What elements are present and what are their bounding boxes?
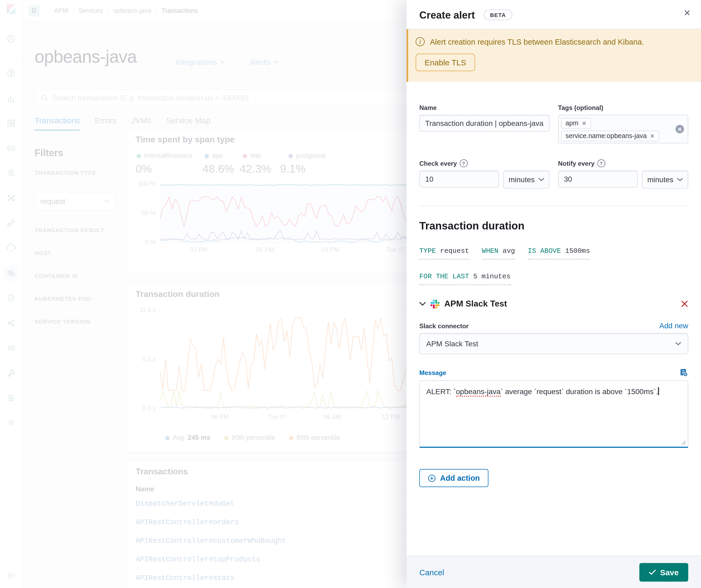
save-button[interactable]: Save bbox=[639, 563, 688, 581]
resize-handle-icon[interactable] bbox=[681, 440, 686, 445]
tag-pill-apm: apm✕ bbox=[561, 118, 591, 128]
alert-name-input[interactable] bbox=[419, 115, 549, 132]
add-variable-icon[interactable] bbox=[679, 368, 688, 377]
remove-tag-icon[interactable]: ✕ bbox=[582, 120, 587, 127]
chevron-down-icon bbox=[675, 342, 681, 345]
enable-tls-button[interactable]: Enable TLS bbox=[416, 54, 475, 71]
cancel-button[interactable]: Cancel bbox=[419, 568, 444, 577]
name-label: Name bbox=[419, 104, 549, 111]
slack-connector-select[interactable]: APM Slack Test bbox=[419, 333, 688, 354]
condition-expressions: TYPE request WHEN avg IS ABOVE 1500ms FO… bbox=[419, 247, 688, 285]
check-icon bbox=[649, 569, 656, 575]
tag-pill-service-name: service.name:opbeans-java✕ bbox=[561, 131, 659, 141]
tags-combobox[interactable]: apm✕ service.name:opbeans-java✕ ✕ bbox=[558, 115, 688, 143]
tls-warning-callout: i Alert creation requires TLS between El… bbox=[407, 29, 701, 82]
check-every-input[interactable] bbox=[419, 171, 499, 188]
chevron-down-icon bbox=[677, 178, 683, 182]
spellcheck-word: opbeans-java bbox=[456, 387, 501, 397]
action-accordion-header: APM Slack Test bbox=[419, 299, 688, 309]
flyout-title: Create alert bbox=[419, 10, 475, 21]
flyout-header: Create alert BETA ✕ bbox=[407, 0, 701, 29]
notify-every-input[interactable] bbox=[558, 171, 638, 188]
condition-heading: Transaction duration bbox=[419, 220, 688, 232]
text-caret bbox=[658, 387, 659, 395]
message-textarea[interactable]: ALERT: `opbeans-java` average `request` … bbox=[419, 380, 688, 448]
connector-row: Slack connector Add new bbox=[419, 321, 688, 330]
expression-when[interactable]: WHEN avg bbox=[482, 247, 515, 260]
flyout-footer: Cancel Save bbox=[407, 556, 701, 588]
beta-badge: BETA bbox=[484, 10, 512, 20]
check-every-label: Check every? bbox=[419, 160, 549, 167]
close-icon[interactable]: ✕ bbox=[681, 6, 694, 19]
message-label: Message bbox=[419, 369, 679, 376]
help-icon[interactable]: ? bbox=[459, 160, 467, 167]
notify-every-unit-select[interactable]: minutes bbox=[642, 171, 688, 189]
help-icon[interactable]: ? bbox=[597, 160, 605, 167]
expression-type[interactable]: TYPE request bbox=[419, 247, 469, 260]
check-every-unit-select[interactable]: minutes bbox=[503, 171, 549, 189]
remove-action-icon[interactable] bbox=[681, 300, 688, 308]
expression-for-the-last[interactable]: FOR THE LAST 5 minutes bbox=[419, 273, 510, 285]
add-action-button[interactable]: Add action bbox=[419, 469, 488, 487]
add-new-connector-link[interactable]: Add new bbox=[659, 321, 688, 330]
flyout-body: Name Tags (optional) apm✕ service.name:o… bbox=[407, 82, 701, 556]
tags-label: Tags (optional) bbox=[558, 104, 688, 111]
notify-every-label: Notify every? bbox=[558, 160, 688, 167]
slack-icon bbox=[431, 299, 440, 308]
screen: D APM/ Services/ opbeans-java/ Transacti… bbox=[0, 0, 701, 588]
callout-text: Alert creation requires TLS between Elas… bbox=[430, 37, 644, 46]
clear-tags-icon[interactable]: ✕ bbox=[676, 125, 684, 133]
plus-circle-icon bbox=[428, 474, 436, 482]
info-icon: i bbox=[416, 37, 425, 46]
remove-tag-icon[interactable]: ✕ bbox=[650, 132, 655, 139]
slack-connector-label: Slack connector bbox=[419, 322, 659, 330]
expression-is-above[interactable]: IS ABOVE 1500ms bbox=[528, 247, 590, 260]
message-row: Message bbox=[419, 368, 688, 377]
action-title: APM Slack Test bbox=[444, 299, 676, 309]
chevron-down-icon[interactable] bbox=[419, 302, 426, 306]
create-alert-flyout: Create alert BETA ✕ i Alert creation req… bbox=[407, 0, 701, 588]
chevron-down-icon bbox=[538, 178, 544, 182]
